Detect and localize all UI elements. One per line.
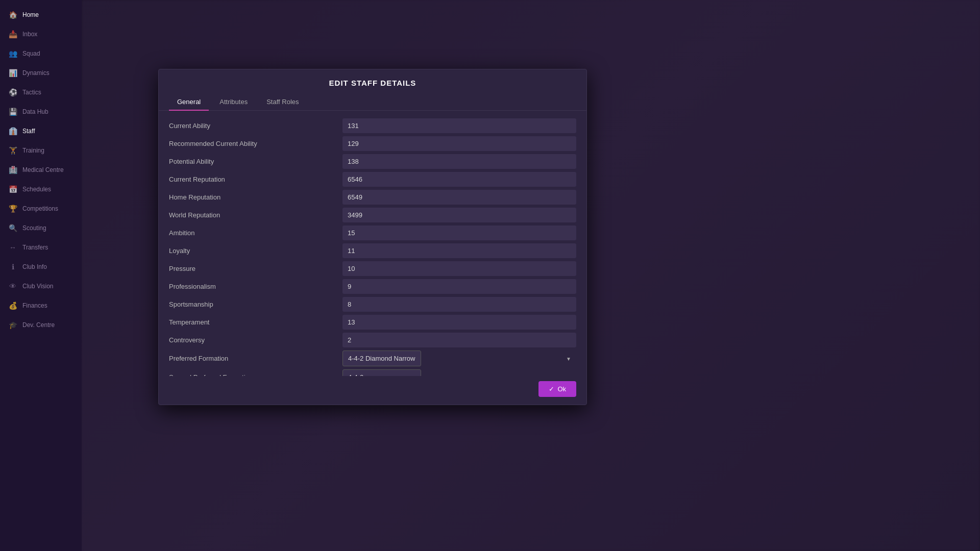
label-sportsmanship: Sportsmanship <box>169 300 342 308</box>
sidebar-item-finances[interactable]: 💰 Finances <box>0 296 82 315</box>
medical-icon: 🏥 <box>8 165 17 174</box>
tab-general[interactable]: General <box>169 94 209 111</box>
dialog-tabs: General Attributes Staff Roles <box>159 93 586 111</box>
label-professionalism: Professionalism <box>169 283 342 290</box>
sidebar-label-transfers: Transfers <box>22 244 48 251</box>
input-home-reputation[interactable] <box>342 190 576 205</box>
finances-icon: 💰 <box>8 301 17 310</box>
sidebar-item-competitions[interactable]: 🏆 Competitions <box>0 199 82 218</box>
label-second-preferred-formation: Second Preferred Formation <box>169 373 342 376</box>
field-pressure: Pressure <box>169 261 576 276</box>
label-world-reputation: World Reputation <box>169 211 342 219</box>
label-current-reputation: Current Reputation <box>169 176 342 183</box>
tab-attributes[interactable]: Attributes <box>211 94 256 111</box>
input-loyalty[interactable] <box>342 243 576 258</box>
sidebar-item-inbox[interactable]: 📥 Inbox <box>0 24 82 44</box>
field-temperament: Temperament <box>169 315 576 330</box>
ok-button[interactable]: ✓ Ok <box>538 381 576 397</box>
data-hub-icon: 💾 <box>8 107 17 116</box>
dialog-footer: ✓ Ok <box>159 376 586 405</box>
sidebar-item-squad[interactable]: 👥 Squad <box>0 44 82 63</box>
input-current-ability[interactable] <box>342 118 576 133</box>
sidebar-item-scouting[interactable]: 🔍 Scouting <box>0 218 82 238</box>
label-loyalty: Loyalty <box>169 247 342 255</box>
input-professionalism[interactable] <box>342 279 576 294</box>
field-controversy: Controversy <box>169 333 576 347</box>
label-current-ability: Current Ability <box>169 122 342 130</box>
field-loyalty: Loyalty <box>169 243 576 258</box>
sidebar-item-schedules[interactable]: 📅 Schedules <box>0 180 82 199</box>
sidebar-label-dev-centre: Dev. Centre <box>22 321 55 329</box>
sidebar-label-training: Training <box>22 147 44 154</box>
label-temperament: Temperament <box>169 318 342 326</box>
edit-staff-dialog: EDIT STAFF DETAILS General Attributes St… <box>158 69 587 405</box>
input-world-reputation[interactable] <box>342 208 576 222</box>
field-home-reputation: Home Reputation <box>169 190 576 205</box>
checkmark-icon: ✓ <box>549 385 554 393</box>
sidebar-item-home[interactable]: 🏠 Home <box>0 5 82 24</box>
select-second-preferred-formation[interactable]: 4-4-2 4-4-2 Diamond Narrow 4-3-3 4-2-3-1… <box>342 369 421 376</box>
field-professionalism: Professionalism <box>169 279 576 294</box>
field-world-reputation: World Reputation <box>169 208 576 222</box>
sidebar-item-transfers[interactable]: ↔ Transfers <box>0 238 82 257</box>
schedules-icon: 📅 <box>8 185 17 194</box>
input-ambition[interactable] <box>342 226 576 240</box>
tab-staff-roles[interactable]: Staff Roles <box>258 94 307 111</box>
label-controversy: Controversy <box>169 336 342 344</box>
field-current-reputation: Current Reputation <box>169 172 576 187</box>
sidebar-item-dev-centre[interactable]: 🎓 Dev. Centre <box>0 315 82 335</box>
field-potential-ability: Potential Ability <box>169 154 576 169</box>
sidebar-label-squad: Squad <box>22 50 40 57</box>
sidebar-label-data-hub: Data Hub <box>22 108 48 115</box>
select-preferred-formation[interactable]: 4-4-2 Diamond Narrow 4-4-2 4-3-3 4-2-3-1… <box>342 350 421 366</box>
scouting-icon: 🔍 <box>8 223 17 233</box>
sidebar-label-finances: Finances <box>22 302 47 309</box>
label-recommended-current-ability: Recommended Current Ability <box>169 140 342 147</box>
club-vision-icon: 👁 <box>8 282 17 291</box>
sidebar-item-club-vision[interactable]: 👁 Club Vision <box>0 277 82 296</box>
sidebar-label-inbox: Inbox <box>22 31 37 38</box>
input-recommended-current-ability[interactable] <box>342 136 576 151</box>
sidebar-item-club-info[interactable]: ℹ Club Info <box>0 257 82 277</box>
sidebar-label-tactics: Tactics <box>22 89 41 96</box>
club-info-icon: ℹ <box>8 262 17 271</box>
sidebar-item-training[interactable]: 🏋 Training <box>0 141 82 160</box>
sidebar-item-tactics[interactable]: ⚽ Tactics <box>0 83 82 102</box>
field-recommended-current-ability: Recommended Current Ability <box>169 136 576 151</box>
label-pressure: Pressure <box>169 265 342 272</box>
field-ambition: Ambition <box>169 226 576 240</box>
dev-centre-icon: 🎓 <box>8 320 17 330</box>
sidebar-item-data-hub[interactable]: 💾 Data Hub <box>0 102 82 121</box>
sidebar-label-staff: Staff <box>22 128 35 135</box>
sidebar-label-dynamics: Dynamics <box>22 69 50 77</box>
field-second-preferred-formation: Second Preferred Formation 4-4-2 4-4-2 D… <box>169 369 576 376</box>
squad-icon: 👥 <box>8 49 17 58</box>
label-potential-ability: Potential Ability <box>169 158 342 165</box>
field-preferred-formation: Preferred Formation 4-4-2 Diamond Narrow… <box>169 350 576 366</box>
input-pressure[interactable] <box>342 261 576 276</box>
transfers-icon: ↔ <box>8 243 17 252</box>
input-current-reputation[interactable] <box>342 172 576 187</box>
competitions-icon: 🏆 <box>8 204 17 213</box>
input-potential-ability[interactable] <box>342 154 576 169</box>
field-sportsmanship: Sportsmanship <box>169 297 576 312</box>
sidebar-item-staff[interactable]: 👔 Staff <box>0 121 82 141</box>
label-home-reputation: Home Reputation <box>169 193 342 201</box>
dialog-body: Current Ability Recommended Current Abil… <box>159 111 586 376</box>
staff-icon: 👔 <box>8 127 17 136</box>
label-ambition: Ambition <box>169 229 342 237</box>
sidebar-label-home: Home <box>22 11 39 18</box>
label-preferred-formation: Preferred Formation <box>169 355 342 362</box>
input-sportsmanship[interactable] <box>342 297 576 312</box>
inbox-icon: 📥 <box>8 30 17 39</box>
preferred-formation-wrapper: 4-4-2 Diamond Narrow 4-4-2 4-3-3 4-2-3-1… <box>342 350 576 366</box>
sidebar-label-scouting: Scouting <box>22 224 46 232</box>
sidebar-label-schedules: Schedules <box>22 186 51 193</box>
input-temperament[interactable] <box>342 315 576 330</box>
ok-label: Ok <box>557 385 566 393</box>
input-controversy[interactable] <box>342 333 576 347</box>
sidebar-label-club-info: Club Info <box>22 263 47 270</box>
sidebar-item-medical-centre[interactable]: 🏥 Medical Centre <box>0 160 82 180</box>
sidebar-item-dynamics[interactable]: 📊 Dynamics <box>0 63 82 83</box>
field-current-ability: Current Ability <box>169 118 576 133</box>
